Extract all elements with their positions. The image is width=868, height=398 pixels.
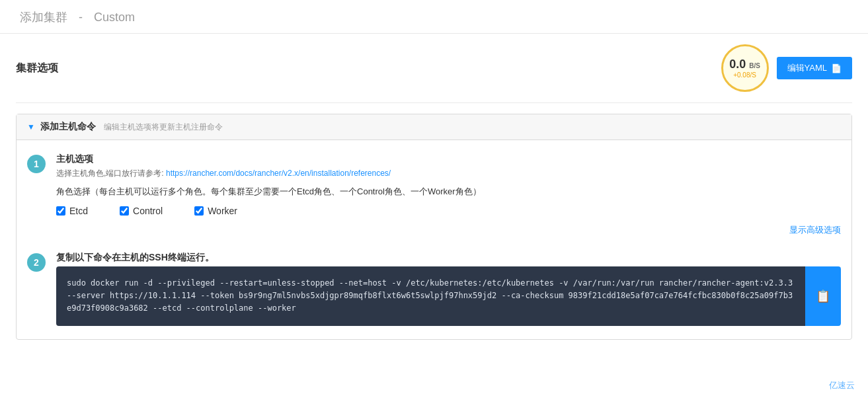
page-title-suffix: Custom	[94, 11, 135, 24]
edit-yaml-label: 编辑YAML	[787, 62, 827, 74]
card-collapse-header[interactable]: ▼ 添加主机命令 编辑主机选项将更新主机注册命令	[17, 114, 851, 140]
checkbox-worker[interactable]: Worker	[194, 206, 237, 216]
add-host-card: ▼ 添加主机命令 编辑主机选项将更新主机注册命令 1 主机选项 选择主机角色,端…	[16, 114, 852, 340]
network-sub: +0.08/S	[733, 71, 756, 79]
copy-icon: 📋	[816, 289, 830, 303]
show-advanced-link[interactable]: 显示高级选项	[789, 225, 841, 235]
role-selection-label: 角色选择（每台主机可以运行多个角色。每个集群至少需要一个Etcd角色、一个Con…	[56, 186, 841, 198]
page-title: 添加集群 - Custom	[16, 9, 139, 25]
section-right: 0.0 B/S +0.08/S 编辑YAML 📄	[721, 44, 852, 92]
step2-circle: 2	[27, 253, 46, 272]
worker-label: Worker	[208, 206, 237, 216]
command-box-wrapper: sudo docker run -d --privileged --restar…	[56, 266, 841, 326]
step1-content: 主机选项 选择主机角色,端口放行请参考: https://rancher.com…	[56, 153, 841, 236]
step2-title: 复制以下命令在主机的SSH终端运行。	[56, 252, 841, 264]
collapse-arrow-icon: ▼	[27, 122, 35, 132]
network-badge: 0.0 B/S +0.08/S	[721, 44, 769, 92]
checkboxes-row: Etcd Control Worker	[56, 206, 841, 216]
step2-content: 复制以下命令在主机的SSH终端运行。 sudo docker run -d --…	[56, 252, 841, 326]
step1-desc-prefix: 选择主机角色,端口放行请参考:	[56, 169, 166, 178]
network-unit: B/S	[749, 62, 760, 69]
show-advanced: 显示高级选项	[56, 224, 841, 236]
edit-yaml-button[interactable]: 编辑YAML 📄	[777, 57, 852, 79]
card-collapse-title: 添加主机命令	[40, 121, 96, 133]
card-collapse-subtitle: 编辑主机选项将更新主机注册命令	[104, 122, 223, 133]
step1-circle: 1	[27, 155, 46, 173]
page-title-separator: -	[79, 11, 83, 24]
control-checkbox[interactable]	[120, 206, 129, 216]
copy-command-button[interactable]: 📋	[805, 266, 841, 326]
step1-section: 1 主机选项 选择主机角色,端口放行请参考: https://rancher.c…	[27, 153, 841, 236]
network-value-text: 0.0	[729, 58, 746, 71]
step1-title: 主机选项	[56, 153, 841, 165]
edit-icon: 📄	[831, 63, 842, 73]
card-body: 1 主机选项 选择主机角色,端口放行请参考: https://rancher.c…	[17, 140, 851, 339]
worker-checkbox[interactable]	[194, 206, 204, 216]
network-value: 0.0 B/S	[729, 58, 760, 71]
section-header: 集群选项 0.0 B/S +0.08/S 编辑YAML 📄	[16, 44, 852, 92]
checkbox-etcd[interactable]: Etcd	[56, 206, 88, 216]
checkbox-control[interactable]: Control	[120, 206, 163, 216]
etcd-label: Etcd	[69, 206, 88, 216]
step1-desc-link[interactable]: https://rancher.com/docs/rancher/v2.x/en…	[166, 169, 391, 178]
control-label: Control	[133, 206, 163, 216]
step1-desc: 选择主机角色,端口放行请参考: https://rancher.com/docs…	[56, 168, 841, 179]
command-box: sudo docker run -d --privileged --restar…	[56, 266, 805, 326]
content-area: 集群选项 0.0 B/S +0.08/S 编辑YAML 📄 ▼ 添加主机命令 编…	[0, 34, 868, 364]
page-header: 添加集群 - Custom	[0, 0, 868, 34]
step2-section: 2 复制以下命令在主机的SSH终端运行。 sudo docker run -d …	[27, 252, 841, 326]
etcd-checkbox[interactable]	[56, 206, 65, 216]
page-title-prefix: 添加集群	[20, 11, 67, 24]
section-title: 集群选项	[16, 61, 58, 75]
divider	[16, 102, 852, 103]
